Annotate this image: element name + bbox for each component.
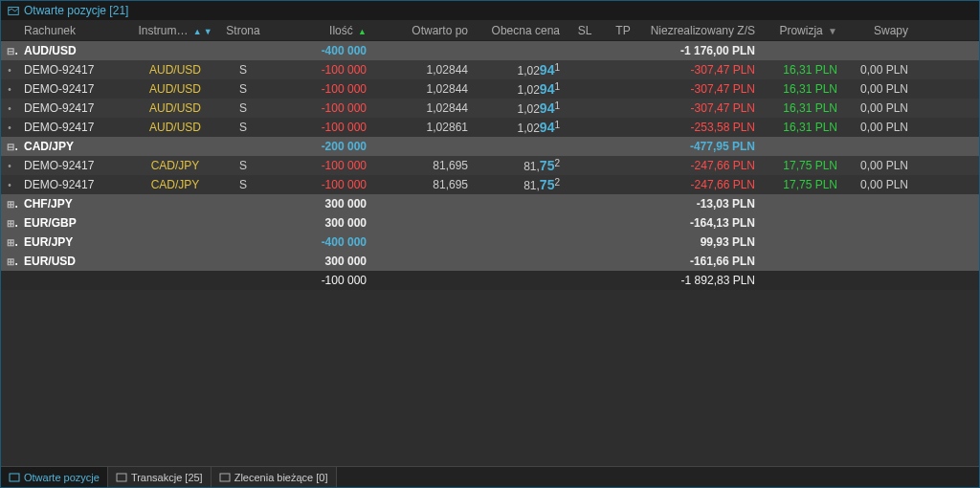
position-row[interactable]: •DEMO-92417AUD/USDS-100 0001,028441,0294…: [1, 60, 979, 79]
position-row[interactable]: •DEMO-92417CAD/JPYS-100 00081,69581,752-…: [1, 175, 979, 194]
tab-label: Otwarte pozycje: [24, 472, 100, 483]
group-name: CAD/JPY: [18, 137, 131, 156]
row-tp: [604, 86, 642, 92]
group-row[interactable]: ⊟CAD/JPY-200 000-477,95 PLN: [1, 137, 979, 156]
row-swap: 0,00 PLN: [843, 175, 914, 194]
row-pl: -307,47 PLN: [642, 79, 761, 99]
expand-icon[interactable]: ⊞: [7, 235, 18, 249]
tab-trans[interactable]: Transakcje [25]: [108, 467, 212, 487]
row-commission: 16,31 PLN: [761, 79, 843, 99]
group-instr: [131, 239, 219, 245]
group-name: AUD/USD: [18, 41, 131, 60]
svg-rect-2: [117, 474, 126, 481]
row-account: DEMO-92417: [18, 118, 131, 137]
row-qty: -100 000: [267, 175, 372, 194]
col-open-price[interactable]: Otwarto po: [372, 21, 474, 40]
col-side[interactable]: Strona: [219, 21, 267, 40]
positions-body: ⊟AUD/USD-400 000-1 176,00 PLN•DEMO-92417…: [1, 41, 979, 466]
row-open-price: 1,02861: [372, 118, 474, 137]
row-open-price: 1,02844: [372, 99, 474, 118]
col-swaps[interactable]: Swapy: [843, 21, 914, 40]
group-pl: -13,03 PLN: [642, 194, 761, 213]
expand-cell[interactable]: ⊞: [1, 233, 18, 252]
expand-cell[interactable]: ⊞: [1, 194, 18, 213]
row-side: S: [219, 156, 267, 175]
group-name: CHF/JPY: [18, 194, 131, 213]
t-tp: [604, 277, 642, 283]
tab-open[interactable]: Otwarte pozycje: [1, 467, 108, 487]
panel-title-bar: Otwarte pozycje [21]: [1, 1, 979, 20]
collapse-icon[interactable]: ⊟: [7, 44, 18, 57]
tab-icon: [9, 472, 20, 483]
row-swap: 0,00 PLN: [843, 60, 914, 79]
expand-cell[interactable]: ⊞: [1, 213, 18, 233]
group-row[interactable]: ⊞CHF/JPY300 000-13,03 PLN: [1, 194, 979, 213]
expand-cell[interactable]: ⊟: [1, 137, 18, 156]
t-acc: [18, 277, 131, 283]
collapse-icon[interactable]: ⊟: [7, 140, 18, 153]
row-instrument: CAD/JPY: [131, 156, 219, 175]
row-side: S: [219, 60, 267, 79]
group-comm: [761, 48, 843, 54]
expand-icon[interactable]: ⊞: [7, 255, 18, 268]
position-row[interactable]: •DEMO-92417AUD/USDS-100 0001,028611,0294…: [1, 118, 979, 137]
position-row[interactable]: •DEMO-92417AUD/USDS-100 0001,028441,0294…: [1, 79, 979, 99]
row-tp: [604, 124, 642, 130]
expand-icon[interactable]: ⊞: [7, 216, 18, 230]
row-pl: -247,66 PLN: [642, 156, 761, 175]
filter-icon[interactable]: ▼: [828, 26, 837, 36]
col-commission[interactable]: Prowizja ▼: [761, 21, 843, 40]
row-qty: -100 000: [267, 60, 372, 79]
position-row[interactable]: •DEMO-92417CAD/JPYS-100 00081,69581,752-…: [1, 156, 979, 175]
row-instrument: AUD/USD: [131, 79, 219, 99]
group-row[interactable]: ⊞EUR/GBP300 000-164,13 PLN: [1, 213, 979, 233]
expand-cell[interactable]: ⊟: [1, 41, 18, 60]
group-sl: [566, 220, 604, 226]
col-unrealized-pl[interactable]: Niezrealizowany Z/S: [642, 21, 761, 40]
position-row[interactable]: •DEMO-92417AUD/USDS-100 0001,028441,0294…: [1, 99, 979, 118]
group-tp: [604, 258, 642, 264]
row-qty: -100 000: [267, 99, 372, 118]
expand-cell[interactable]: ⊞: [1, 252, 18, 271]
group-swap: [843, 48, 914, 54]
group-comm: [761, 144, 843, 149]
group-sl: [566, 201, 604, 207]
col-tp[interactable]: TP: [604, 21, 642, 40]
col-instrument[interactable]: Instrum… ▲▼: [131, 21, 219, 40]
t-comm: [761, 277, 843, 283]
row-instrument: AUD/USD: [131, 118, 219, 137]
group-pl: -1 176,00 PLN: [642, 41, 761, 60]
group-row[interactable]: ⊟AUD/USD-400 000-1 176,00 PLN: [1, 41, 979, 60]
group-row[interactable]: ⊞EUR/JPY-400 00099,93 PLN: [1, 233, 979, 252]
svg-rect-0: [9, 8, 19, 15]
group-tp: [604, 48, 642, 54]
expand-icon[interactable]: ⊞: [7, 197, 18, 211]
group-swap: [843, 220, 914, 226]
group-pl: -164,13 PLN: [642, 213, 761, 233]
row-swap: 0,00 PLN: [843, 118, 914, 137]
tab-orders[interactable]: Zlecenia bieżące [0]: [212, 467, 337, 487]
row-bullet: •: [1, 79, 18, 99]
bullet-icon: •: [8, 65, 11, 76]
group-cur: [474, 144, 566, 149]
row-bullet: •: [1, 99, 18, 118]
t-open: [372, 277, 474, 283]
group-name: EUR/USD: [18, 252, 131, 271]
col-quantity[interactable]: Ilość ▲: [267, 21, 372, 40]
t-side: [219, 277, 267, 283]
col-current-price[interactable]: Obecna cena: [474, 21, 566, 40]
row-sl: [566, 105, 604, 111]
group-sl: [566, 48, 604, 54]
col-account[interactable]: Rachunek: [18, 21, 131, 40]
group-tp: [604, 220, 642, 226]
row-pl: -307,47 PLN: [642, 99, 761, 118]
group-qty: 300 000: [267, 252, 372, 271]
row-bullet: •: [1, 156, 18, 175]
group-swap: [843, 144, 914, 149]
row-current-price: 1,02941: [474, 78, 566, 100]
group-row[interactable]: ⊞EUR/USD300 000-161,66 PLN: [1, 252, 979, 271]
group-open: [372, 258, 474, 264]
col-sl[interactable]: SL: [566, 21, 604, 40]
row-instrument: AUD/USD: [131, 60, 219, 79]
bullet-icon: •: [8, 84, 11, 95]
